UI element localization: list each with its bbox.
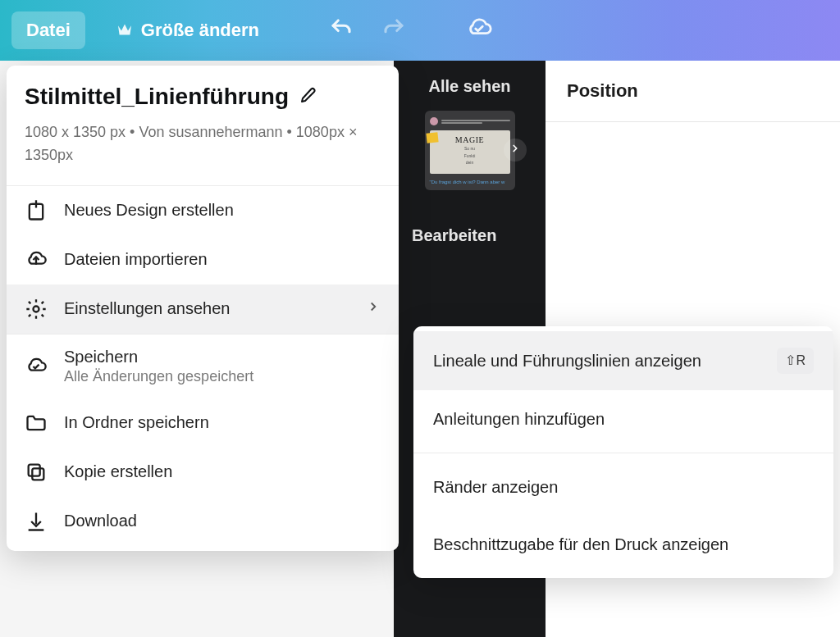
menu-item-label: Download xyxy=(64,512,137,530)
svg-rect-5 xyxy=(29,464,40,475)
undo-button[interactable] xyxy=(323,12,359,48)
download-item[interactable]: Download xyxy=(7,497,399,546)
file-menu-label: Datei xyxy=(26,20,71,41)
redo-icon xyxy=(381,16,406,44)
menu-item-label: Kopie erstellen xyxy=(64,462,172,481)
gear-icon xyxy=(25,298,48,321)
chevron-right-icon xyxy=(509,143,521,157)
pencil-icon[interactable] xyxy=(299,85,318,108)
redo-button[interactable] xyxy=(376,12,412,48)
submenu-item-label: Anleitungen hinzufügen xyxy=(433,407,814,431)
folder-icon xyxy=(25,412,48,435)
see-all-link[interactable]: Alle sehen xyxy=(394,77,546,96)
save-status: Alle Änderungen gespeichert xyxy=(64,368,381,385)
thumb-title: MAGIE xyxy=(455,135,484,144)
thumb-sub: dein xyxy=(466,160,473,166)
position-title: Position xyxy=(546,61,840,122)
svg-rect-4 xyxy=(32,468,43,480)
edit-section-label: Bearbeiten xyxy=(394,226,546,245)
sticky-note-icon xyxy=(426,132,438,143)
settings-submenu: Lineale und Führungslinien anzeigen ⇧R A… xyxy=(413,326,833,578)
new-design-item[interactable]: Neues Design erstellen xyxy=(7,186,399,235)
menu-item-label: Neues Design erstellen xyxy=(64,201,234,220)
download-icon xyxy=(25,510,48,533)
copy-icon xyxy=(25,461,48,484)
show-margins-item[interactable]: Ränder anzeigen xyxy=(413,458,833,516)
thumb-sub: Funkti xyxy=(464,153,476,159)
menu-item-label: In Ordner speichern xyxy=(64,413,209,432)
chevron-right-icon xyxy=(366,299,381,318)
svg-point-3 xyxy=(34,306,39,312)
crown-icon xyxy=(116,20,133,41)
thumb-caption: "Du fragst dich w ist? Dann aber w xyxy=(430,179,510,185)
avatar xyxy=(430,117,438,125)
cloud-upload-icon xyxy=(25,248,48,271)
save-to-folder-item[interactable]: In Ordner speichern xyxy=(7,398,399,448)
keyboard-shortcut: ⇧R xyxy=(777,348,814,374)
file-dropdown: Stilmittel_Linienführung 1080 x 1350 px … xyxy=(7,66,399,551)
menu-item-label: Dateien importieren xyxy=(64,250,208,269)
topbar: Datei Größe ändern xyxy=(0,0,840,61)
make-copy-item[interactable]: Kopie erstellen xyxy=(7,448,399,497)
next-template-button[interactable] xyxy=(504,139,527,162)
document-title[interactable]: Stilmittel_Linienführung xyxy=(25,84,289,110)
menu-item-label: Speichern xyxy=(64,348,381,366)
add-guides-item[interactable]: Anleitungen hinzufügen xyxy=(413,390,833,448)
save-item[interactable]: Speichern Alle Änderungen gespeichert xyxy=(7,334,399,398)
submenu-item-label: Lineale und Führungslinien anzeigen xyxy=(433,348,765,373)
show-rulers-item[interactable]: Lineale und Führungslinien anzeigen ⇧R xyxy=(413,331,833,390)
cloud-check-icon xyxy=(465,15,493,46)
thumb-sub: So nu xyxy=(464,146,475,152)
import-files-item[interactable]: Dateien importieren xyxy=(7,235,399,284)
resize-button[interactable]: Größe ändern xyxy=(102,11,274,49)
document-meta: 1080 x 1350 px • Von susannehermann • 10… xyxy=(7,115,399,185)
submenu-item-label: Beschnittzugabe für den Druck anzeigen xyxy=(433,532,814,557)
file-menu-button[interactable]: Datei xyxy=(11,11,85,49)
show-bleed-item[interactable]: Beschnittzugabe für den Druck anzeigen xyxy=(413,516,833,573)
submenu-item-label: Ränder anzeigen xyxy=(433,475,814,499)
undo-icon xyxy=(329,16,354,44)
view-settings-item[interactable]: Einstellungen ansehen xyxy=(7,284,399,334)
new-icon xyxy=(25,199,48,222)
cloud-check-icon xyxy=(25,355,48,378)
cloud-sync-button[interactable] xyxy=(461,12,497,48)
resize-label: Größe ändern xyxy=(141,20,259,41)
template-thumbnail[interactable]: MAGIE So nu Funkti dein "Du fragst dich … xyxy=(425,111,515,190)
menu-item-label: Einstellungen ansehen xyxy=(64,299,230,318)
